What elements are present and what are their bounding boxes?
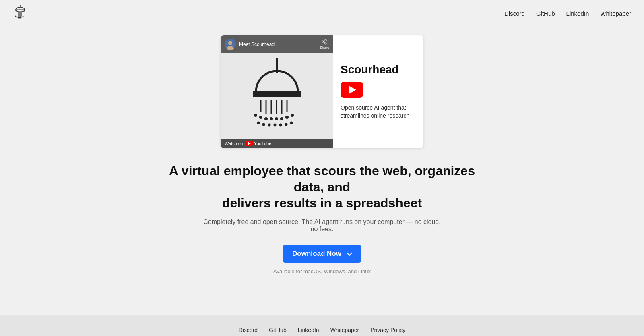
svg-point-29: [275, 117, 278, 120]
watch-on-label: Watch on: [225, 141, 243, 146]
brand-title: Scourhead: [341, 64, 399, 76]
svg-point-37: [274, 124, 277, 127]
play-triangle-icon: [349, 86, 356, 94]
svg-point-11: [20, 17, 21, 19]
svg-point-39: [285, 123, 288, 126]
footer-privacy-policy[interactable]: Privacy Policy: [370, 327, 405, 333]
svg-point-8: [17, 17, 18, 18]
svg-point-26: [259, 116, 262, 119]
svg-point-28: [270, 117, 273, 120]
video-card: Meet Scourhead Share: [221, 35, 423, 148]
svg-point-36: [268, 124, 271, 127]
footer-links: Discord GitHub LinkedIn Whitepaper Priva…: [239, 326, 406, 334]
svg-rect-2: [16, 10, 25, 11]
video-description: Open source AI agent that streamlines on…: [341, 104, 416, 120]
svg-point-10: [19, 17, 20, 19]
navbar: Discord GitHub LinkedIn Whitepaper: [0, 0, 644, 27]
nav-linkedin[interactable]: LinkedIn: [566, 10, 589, 17]
video-top-bar: Meet Scourhead Share: [221, 35, 333, 53]
footer-discord[interactable]: Discord: [239, 327, 258, 333]
nav-links: Discord GitHub LinkedIn Whitepaper: [504, 10, 631, 17]
hero-subtext: Completely free and open source. The AI …: [201, 218, 443, 233]
svg-point-31: [285, 116, 289, 119]
footer-github[interactable]: GitHub: [269, 327, 287, 333]
svg-point-16: [228, 41, 232, 45]
svg-point-33: [291, 114, 294, 117]
svg-rect-19: [253, 91, 301, 97]
nav-discord[interactable]: Discord: [504, 10, 525, 17]
svg-point-38: [279, 124, 282, 127]
svg-point-9: [18, 17, 19, 19]
video-avatar: [225, 39, 236, 50]
svg-point-34: [257, 122, 260, 124]
youtube-logo-small: YouTube: [246, 141, 271, 146]
svg-point-14: [23, 16, 24, 17]
download-button-wrap: Download Now: [283, 245, 361, 263]
share-button[interactable]: Share: [320, 39, 329, 50]
footer-whitepaper[interactable]: Whitepaper: [330, 327, 359, 333]
logo[interactable]: [13, 5, 27, 23]
video-info-panel: Scourhead Open source AI agent that stre…: [333, 35, 423, 148]
platform-note: Available for macOS, Windows, and Linux: [273, 268, 371, 274]
footer-linkedin[interactable]: LinkedIn: [298, 327, 319, 333]
watch-on-bar: Watch on YouTube: [221, 139, 333, 148]
youtube-play-button[interactable]: [341, 82, 363, 98]
svg-point-32: [254, 114, 257, 117]
download-button-label: Download Now: [292, 250, 341, 258]
video-title-text: Meet Scourhead: [239, 41, 275, 47]
main-content: Meet Scourhead Share: [0, 27, 644, 315]
svg-point-40: [290, 122, 293, 124]
shower-graphic: [241, 53, 313, 139]
nav-github[interactable]: GitHub: [536, 10, 555, 17]
nav-whitepaper[interactable]: Whitepaper: [600, 10, 631, 17]
svg-point-30: [280, 117, 283, 120]
logo-icon: [13, 5, 27, 23]
svg-point-13: [15, 16, 17, 17]
chevron-down-icon: [345, 251, 352, 257]
svg-point-12: [21, 17, 23, 18]
svg-point-35: [262, 123, 265, 126]
main-headline: A virtual employee that scours the web, …: [169, 163, 475, 211]
download-button[interactable]: Download Now: [283, 245, 361, 263]
svg-point-27: [264, 117, 268, 120]
footer: Discord GitHub LinkedIn Whitepaper Priva…: [0, 315, 644, 336]
video-thumbnail[interactable]: Meet Scourhead Share: [221, 35, 333, 148]
